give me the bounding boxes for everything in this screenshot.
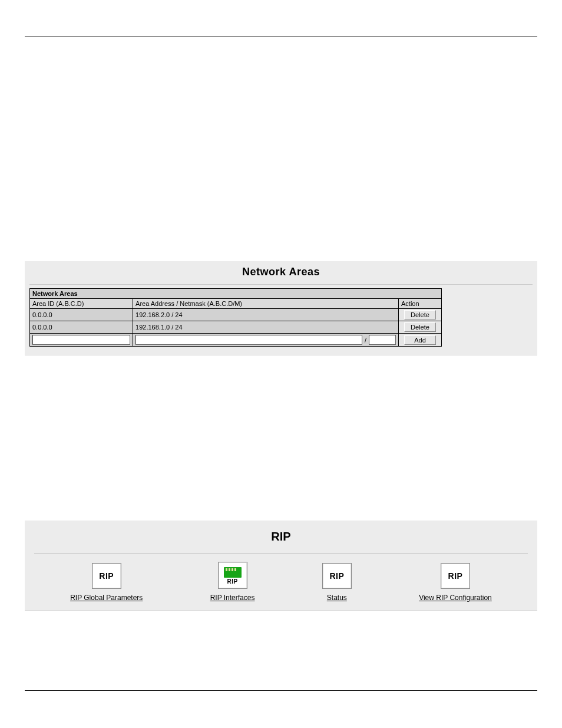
nic-icon: [224, 567, 242, 578]
rip-interfaces-item[interactable]: RIP RIP Interfaces: [210, 562, 255, 602]
bottom-horizontal-rule: [25, 690, 537, 691]
rip-icon-label: RIP: [448, 571, 463, 581]
add-button[interactable]: Add: [404, 335, 436, 345]
rip-icon-label: RIP: [99, 571, 114, 581]
cell-area-id: 0.0.0.0: [30, 309, 133, 321]
rip-title: RIP: [25, 530, 537, 543]
rip-global-parameters-link[interactable]: RIP Global Parameters: [70, 594, 143, 602]
table-row-new: / Add: [30, 334, 442, 347]
area-address-input[interactable]: [135, 335, 362, 345]
cell-action: Delete: [399, 309, 442, 321]
netmask-input[interactable]: [369, 335, 396, 345]
cell-area-id: 0.0.0.0: [30, 321, 133, 334]
table-row: 0.0.0.0 192.168.1.0 / 24 Delete: [30, 321, 442, 334]
rip-icon: RIP: [92, 563, 121, 589]
delete-button[interactable]: Delete: [404, 322, 436, 332]
rip-icon: RIP: [441, 563, 470, 589]
table-row: 0.0.0.0 192.168.2.0 / 24 Delete: [30, 309, 442, 321]
network-areas-table-caption: Network Areas: [30, 289, 442, 299]
cell-area-id-input: [30, 334, 133, 347]
rip-icon-row: RIP RIP Global Parameters RIP RIP Interf…: [25, 562, 537, 604]
cell-action: Delete: [399, 321, 442, 334]
col-header-address-netmask: Area Address / Netmask (A.B.C.D/M): [133, 299, 399, 309]
view-rip-configuration-link[interactable]: View RIP Configuration: [419, 594, 492, 602]
delete-button[interactable]: Delete: [404, 310, 436, 319]
cell-address-input: /: [133, 334, 399, 347]
network-areas-table: Network Areas Area ID (A.B.C.D) Area Add…: [29, 288, 442, 347]
rip-icon: RIP: [322, 563, 352, 589]
rip-interfaces-link[interactable]: RIP Interfaces: [210, 594, 255, 602]
rip-divider: [34, 553, 528, 554]
cell-address-netmask: 192.168.1.0 / 24: [133, 321, 399, 334]
rip-status-link[interactable]: Status: [327, 594, 347, 602]
rip-status-item[interactable]: RIP Status: [322, 563, 352, 602]
table-header-row: Area ID (A.B.C.D) Area Address / Netmask…: [30, 299, 442, 309]
cell-action: Add: [399, 334, 442, 347]
rip-panel: RIP RIP RIP Global Parameters RIP RIP In…: [25, 521, 537, 611]
network-areas-panel: Network Areas Network Areas Area ID (A.B…: [25, 261, 537, 355]
rip-global-parameters-item[interactable]: RIP RIP Global Parameters: [70, 563, 143, 602]
slash-label: /: [365, 337, 366, 344]
rip-icon-label: RIP: [227, 578, 237, 585]
area-id-input[interactable]: [32, 335, 130, 345]
col-header-area-id: Area ID (A.B.C.D): [30, 299, 133, 309]
rip-icon-label: RIP: [329, 571, 344, 581]
col-header-action: Action: [399, 299, 442, 309]
network-areas-title: Network Areas: [25, 266, 537, 278]
cell-address-netmask: 192.168.2.0 / 24: [133, 309, 399, 321]
top-horizontal-rule: [25, 37, 537, 37]
view-rip-configuration-item[interactable]: RIP View RIP Configuration: [419, 563, 492, 602]
rip-interfaces-icon: RIP: [218, 562, 247, 589]
network-areas-divider: [29, 284, 533, 285]
